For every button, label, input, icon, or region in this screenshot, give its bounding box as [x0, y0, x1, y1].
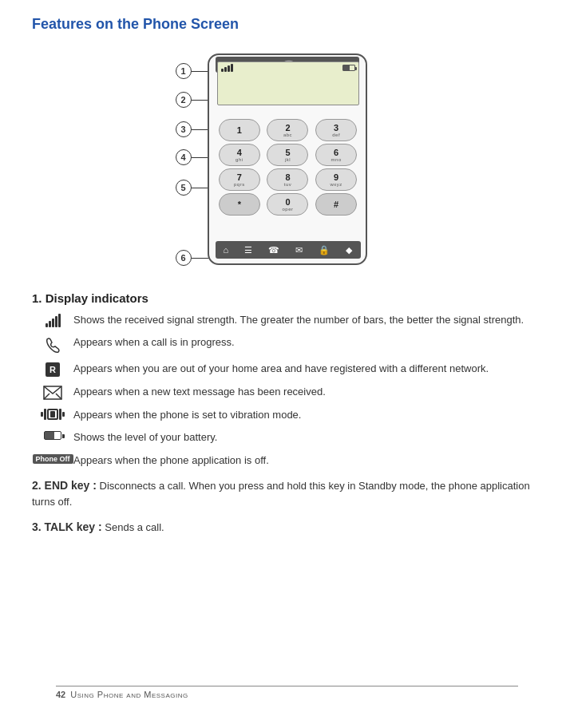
key-8[interactable]: 8tuv	[267, 168, 308, 191]
callout-line-2	[192, 100, 209, 101]
r-badge-icon: R	[32, 362, 73, 377]
callout-line-3	[192, 129, 209, 130]
key-1[interactable]: 1	[219, 119, 260, 141]
key-6[interactable]: 6mno	[315, 144, 357, 166]
battery-text: Shows the level of your battery.	[73, 430, 542, 445]
key-0[interactable]: 0oper	[267, 193, 308, 216]
indicator-call: Appears when a call is in progress.	[32, 335, 542, 354]
indicator-message: Appears when a new text message has been…	[32, 385, 542, 400]
key-3[interactable]: 3def	[315, 119, 357, 141]
svg-line-2	[56, 394, 61, 399]
phone-off-text: Appears when the phone application is of…	[73, 453, 542, 468]
signal-icon-screen	[221, 64, 233, 72]
callout-line-1	[192, 71, 209, 72]
nav-vol-icon: ◆	[346, 245, 352, 255]
nav-phone-icon: ☎	[268, 245, 279, 255]
indicator-battery: Shows the level of your battery.	[32, 430, 542, 445]
nav-home-icon: ⌂	[224, 245, 229, 255]
callout-line-5	[192, 188, 209, 188]
talk-key-description: Sends a call.	[105, 521, 164, 533]
callout-line-4	[192, 157, 209, 158]
phone-nav-bar: ⌂ ☰ ☎ ✉ 🔒 ◆	[216, 241, 361, 259]
callout-4: 4	[176, 149, 192, 165]
page-number: 42	[56, 690, 65, 699]
keypad-row-2: 4ghi 5jkl 6mno	[216, 144, 361, 166]
envelope-icon	[32, 385, 73, 400]
callout-3: 3	[176, 121, 192, 137]
callout-line-6	[192, 258, 209, 259]
phone-off-badge-icon: Phone Off	[32, 453, 73, 464]
battery-screen	[342, 65, 355, 71]
call-progress-text: Appears when a call is in progress.	[73, 335, 542, 350]
signal-strength-icon	[32, 313, 73, 327]
keypad-row-3: 7pqrs 8tuv 9wxyz	[216, 168, 361, 191]
end-key-heading: 2. END key :	[32, 479, 97, 492]
section-end-key: 2. END key : Disconnects a call. When yo…	[32, 477, 542, 510]
keypad-row-4: * 0oper #	[216, 193, 361, 216]
vibration-mode-icon	[32, 408, 73, 420]
indicator-phone-off: Phone Off Appears when the phone applica…	[32, 453, 542, 468]
phone-diagram-area: 1 2 3 4 5 6	[32, 46, 542, 277]
section-talk-key: 3. TALK key : Sends a call.	[32, 519, 542, 536]
key-7[interactable]: 7pqrs	[219, 168, 260, 191]
battery-level-icon	[32, 430, 73, 440]
talk-key-heading: 3. TALK key :	[32, 520, 102, 533]
phone-screen	[217, 61, 359, 105]
phone-keypad: 1 2abc 3def 4ghi 5jkl 6mno 7pqrs 8tuv	[216, 119, 361, 218]
roaming-text: Appears when you are out of your home ar…	[73, 362, 542, 376]
phone-body: TALK ☎ END 1 2abc 3def 4ghi	[208, 53, 367, 265]
svg-line-1	[44, 394, 49, 399]
phone-diagram: 1 2 3 4 5 6	[160, 46, 415, 277]
nav-msg-icon: ✉	[295, 245, 303, 255]
indicator-roaming: R Appears when you are out of your home …	[32, 362, 542, 377]
key-5[interactable]: 5jkl	[267, 144, 308, 166]
page-footer: 42 Using Phone and Messaging	[56, 686, 518, 699]
message-text: Appears when a new text message has been…	[73, 385, 542, 399]
callout-6: 6	[176, 250, 192, 266]
handset-call-icon	[32, 335, 73, 354]
end-key-description: Disconnects a call. When you press and h…	[32, 480, 530, 508]
section-display-indicators: 1. Display indicators Shows the received…	[32, 291, 542, 468]
signal-strength-text: Shows the received signal strength. The …	[73, 313, 542, 327]
page-container: Features on the Phone Screen 1 2 3 4	[32, 16, 542, 710]
indicator-vibration: Appears when the phone is set to vibrati…	[32, 408, 542, 422]
vibration-text: Appears when the phone is set to vibrati…	[73, 408, 542, 422]
callout-2: 2	[176, 92, 192, 108]
key-2[interactable]: 2abc	[267, 119, 308, 141]
footer-text: Using Phone and Messaging	[70, 690, 188, 699]
screen-top-bar	[218, 62, 358, 73]
key-9[interactable]: 9wxyz	[315, 168, 357, 191]
indicator-signal: Shows the received signal strength. The …	[32, 313, 542, 327]
key-4[interactable]: 4ghi	[219, 144, 260, 166]
key-hash[interactable]: #	[315, 193, 357, 216]
callout-5: 5	[176, 180, 192, 196]
keypad-row-1: 1 2abc 3def	[216, 119, 361, 141]
callout-1: 1	[176, 63, 192, 79]
nav-menu-icon: ☰	[244, 245, 252, 255]
page-title: Features on the Phone Screen	[32, 16, 542, 33]
phone-off-badge: Phone Off	[33, 454, 73, 464]
key-star[interactable]: *	[219, 193, 260, 216]
display-indicators-heading: 1. Display indicators	[32, 291, 542, 305]
nav-lock-icon: 🔒	[319, 245, 330, 255]
